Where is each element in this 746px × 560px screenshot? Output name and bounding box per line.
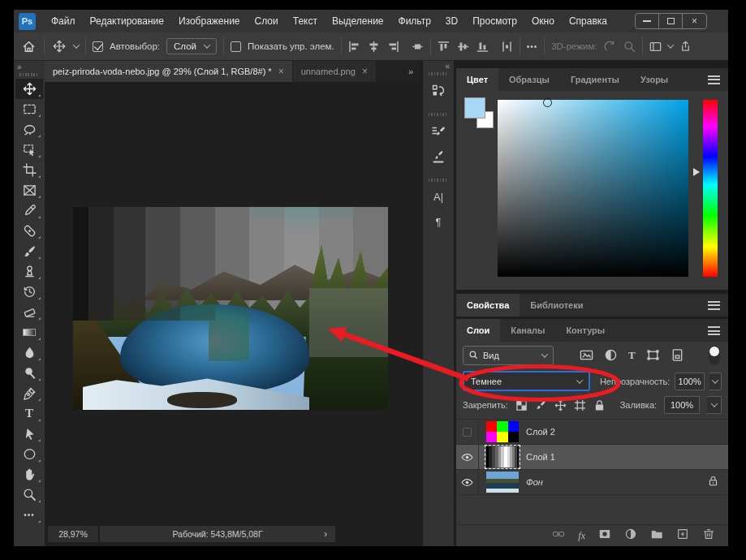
tool-move[interactable]: [15, 79, 43, 99]
delete-layer-button[interactable]: [702, 528, 715, 544]
menu-3d[interactable]: 3D: [438, 11, 465, 31]
align-left-icon[interactable]: [348, 41, 360, 53]
lock-artboard-icon[interactable]: [574, 399, 586, 411]
tool-frame[interactable]: [15, 180, 43, 200]
tool-eyedropper[interactable]: [15, 200, 43, 221]
home-icon[interactable]: [20, 38, 37, 55]
tool-history-brush[interactable]: [15, 282, 43, 302]
new-layer-button[interactable]: [676, 528, 689, 544]
tool-path-selection[interactable]: [15, 424, 43, 444]
layer-row-background[interactable]: Фон: [456, 470, 728, 495]
move-tool-preset-icon[interactable]: [51, 38, 67, 54]
tool-eraser[interactable]: [15, 302, 43, 322]
tool-brush[interactable]: [15, 241, 43, 261]
filter-toggle-switch[interactable]: [709, 346, 720, 364]
toolbar-expand-icon[interactable]: »: [14, 61, 25, 71]
dock-collapse-icon[interactable]: «: [441, 61, 454, 71]
chevron-down-icon[interactable]: [73, 41, 80, 48]
share-icon[interactable]: [679, 41, 692, 53]
menu-filter[interactable]: Фильтр: [391, 11, 438, 31]
canvas[interactable]: 28,97% Рабочий: 543,8М/5,08Г ›: [45, 82, 420, 546]
tool-gradient[interactable]: [15, 322, 43, 342]
adjustment-layer-button[interactable]: [624, 528, 637, 544]
menu-type[interactable]: Текст: [286, 11, 325, 31]
link-layers-button[interactable]: [552, 528, 565, 544]
show-transform-controls-checkbox[interactable]: [231, 41, 241, 52]
hue-slider[interactable]: [703, 100, 718, 277]
blend-mode-select[interactable]: Темнее: [463, 371, 590, 391]
align-right-icon[interactable]: [387, 41, 399, 53]
visibility-toggle[interactable]: [456, 445, 479, 469]
minimize-button[interactable]: [636, 14, 659, 28]
tool-object-selection[interactable]: [15, 140, 43, 160]
menu-view[interactable]: Просмотр: [465, 11, 524, 31]
tab-close-icon[interactable]: ×: [362, 66, 368, 77]
align-center-icon[interactable]: [368, 41, 380, 53]
layer-lock-badge[interactable]: [708, 475, 718, 489]
dock-grip[interactable]: [429, 72, 448, 75]
maximize-button[interactable]: [659, 14, 683, 28]
menu-image[interactable]: Изображение: [171, 11, 248, 31]
toolbar-more[interactable]: •••: [15, 505, 43, 525]
chevron-down-icon[interactable]: [666, 41, 673, 48]
filter-adjustment-layers-icon[interactable]: [604, 348, 618, 362]
menu-file[interactable]: Файл: [44, 11, 83, 31]
visibility-toggle[interactable]: [456, 470, 479, 494]
tool-blur[interactable]: [15, 342, 43, 363]
lock-pixels-icon[interactable]: [535, 399, 547, 411]
tab-channels[interactable]: Каналы: [500, 319, 555, 342]
color-field-marker[interactable]: [543, 98, 552, 107]
menu-window[interactable]: Окно: [524, 11, 562, 31]
tab-libraries[interactable]: Библиотеки: [520, 294, 593, 317]
distribute-horizontal-icon[interactable]: [412, 41, 424, 53]
tab-overflow-icon[interactable]: »: [401, 67, 420, 76]
autoselect-target-select[interactable]: Слой: [166, 38, 217, 54]
more-options-icon[interactable]: •••: [527, 42, 538, 51]
tool-rectangular-marquee[interactable]: [15, 99, 43, 119]
paragraph-panel-button[interactable]: ¶: [425, 209, 452, 235]
fill-field[interactable]: 100%: [664, 396, 700, 414]
tab-gradients[interactable]: Градиенты: [560, 68, 630, 91]
dock-grip[interactable]: [429, 179, 448, 182]
layer-style-button[interactable]: fx: [578, 530, 585, 542]
align-top-icon[interactable]: [438, 41, 450, 53]
workspace-switcher-icon[interactable]: [649, 41, 662, 53]
menu-edit[interactable]: Редактирование: [83, 11, 171, 31]
layer-row[interactable]: Слой 2: [456, 420, 728, 445]
canvas-image[interactable]: [73, 207, 388, 410]
visibility-toggle[interactable]: [456, 420, 479, 444]
tab-color[interactable]: Цвет: [456, 68, 498, 91]
tool-spot-healing[interactable]: [15, 221, 43, 241]
menu-help[interactable]: Справка: [562, 11, 614, 31]
panel-menu-icon[interactable]: [708, 326, 720, 335]
tool-crop[interactable]: [15, 160, 43, 180]
zoom-level-field[interactable]: 28,97%: [48, 526, 98, 542]
brush-settings-panel-button[interactable]: [425, 118, 452, 144]
tool-type[interactable]: T: [15, 403, 43, 424]
tool-ellipse[interactable]: [15, 444, 43, 464]
tool-lasso[interactable]: [15, 119, 43, 140]
opacity-dropdown-button[interactable]: [709, 373, 722, 390]
filter-pixel-layers-icon[interactable]: [580, 348, 593, 362]
foreground-color-swatch[interactable]: [464, 97, 485, 118]
distribute-vertical-icon[interactable]: [501, 41, 513, 53]
scratch-size-field[interactable]: Рабочий: 543,8М/5,08Г ›: [100, 526, 335, 542]
tool-hand[interactable]: [15, 464, 43, 485]
panel-menu-icon[interactable]: [708, 301, 720, 310]
tool-zoom[interactable]: [15, 485, 43, 505]
filter-smart-objects-icon[interactable]: [671, 348, 684, 362]
layer-filter-select[interactable]: Вид: [463, 346, 554, 365]
tab-close-icon[interactable]: ×: [278, 66, 284, 77]
status-chevron-icon[interactable]: ›: [324, 528, 327, 540]
document-tab-active[interactable]: peiz-priroda-voda-nebo.jpg @ 29% (Слой 1…: [45, 61, 292, 82]
brushes-panel-button[interactable]: [425, 144, 452, 169]
lock-all-icon[interactable]: [593, 399, 606, 411]
history-panel-button[interactable]: [425, 78, 452, 103]
align-middle-icon[interactable]: [457, 41, 469, 53]
tab-swatches[interactable]: Образцы: [498, 68, 560, 91]
character-panel-button[interactable]: A|: [425, 184, 452, 209]
dock-grip[interactable]: [429, 113, 448, 116]
tab-patterns[interactable]: Узоры: [630, 68, 679, 91]
layer-row-selected[interactable]: Слой 1: [456, 445, 728, 470]
fill-dropdown-button[interactable]: [707, 396, 722, 414]
